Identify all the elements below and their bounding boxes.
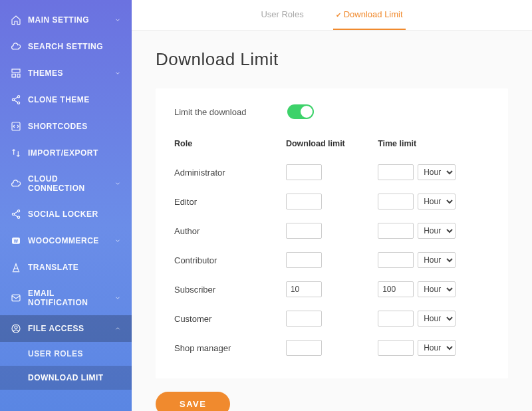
share-icon (11, 209, 21, 219)
sidebar-item-clone-theme[interactable]: CLONE THEME (0, 86, 132, 113)
role-name: Customer (174, 314, 286, 324)
sidebar-item-main-setting[interactable]: MAIN SETTING (0, 7, 132, 33)
sidebar-item-translate[interactable]: TRANSLATE (0, 254, 132, 281)
role-name: Administrator (174, 168, 286, 178)
header-time-limit: Time limit (378, 139, 489, 148)
download-limit-input[interactable] (286, 194, 322, 209)
tab-label: Download Limit (344, 9, 403, 19)
sidebar: MAIN SETTING SEARCH SETTING THEMES CLONE… (0, 0, 132, 411)
sidebar-item-label: SHORTCODES (28, 122, 121, 131)
sidebar-item-label: TRANSLATE (28, 263, 121, 272)
svg-rect-0 (12, 69, 20, 72)
download-limit-input[interactable] (286, 252, 322, 268)
sidebar-item-label: MAIN SETTING (28, 15, 114, 25)
code-icon (11, 121, 21, 132)
sidebar-item-themes[interactable]: THEMES (0, 60, 132, 86)
chevron-down-icon (114, 180, 121, 187)
sidebar-item-label: CLONE THEME (28, 95, 121, 104)
table-header: Role Download limit Time limit (174, 139, 489, 158)
time-limit-input[interactable] (378, 164, 414, 180)
chevron-down-icon (114, 17, 121, 23)
save-button[interactable]: SAVE (156, 392, 230, 411)
cloud-icon (11, 41, 21, 52)
svg-point-14 (15, 326, 17, 329)
time-unit-select[interactable]: Hour (418, 252, 456, 268)
table-row: CustomerHour (174, 304, 489, 333)
time-unit-select[interactable]: Hour (418, 223, 456, 239)
chevron-up-icon (114, 325, 121, 332)
settings-card: Limit the download Role Download limit T… (156, 88, 508, 378)
sidebar-item-shortcodes[interactable]: SHORTCODES (0, 113, 132, 140)
cloud-icon (11, 178, 21, 189)
limit-toggle-row: Limit the download (174, 104, 489, 119)
table-row: AuthorHour (174, 216, 489, 245)
time-unit-select[interactable]: Hour (418, 164, 456, 180)
toggle-label: Limit the download (174, 107, 287, 117)
time-limit-input[interactable] (378, 252, 414, 268)
table-row: ContributorHour (174, 245, 489, 275)
time-unit-select[interactable]: Hour (418, 340, 456, 356)
chevron-down-icon (114, 70, 121, 76)
content: Download Limit Limit the download Role D… (132, 31, 532, 411)
download-limit-input[interactable] (286, 281, 322, 297)
layout-icon (11, 68, 21, 78)
tab-download-limit[interactable]: ✔Download Limit (333, 0, 406, 30)
sidebar-item-email-notification[interactable]: EMAIL NOTIFICATION (0, 281, 132, 315)
role-name: Subscriber (174, 285, 286, 295)
time-limit-input[interactable] (378, 340, 414, 356)
download-limit-input[interactable] (286, 340, 322, 356)
table-row: AdministratorHour (174, 158, 489, 187)
check-icon: ✔ (336, 11, 341, 19)
header-download-limit: Download limit (286, 139, 378, 148)
sidebar-item-label: IMPORT/EXPORT (28, 148, 121, 158)
time-unit-select[interactable]: Hour (418, 281, 456, 297)
sidebar-item-cloud-connection[interactable]: CLOUD CONNECTION (0, 166, 132, 201)
sidebar-item-label: CLOUD CONNECTION (28, 174, 114, 193)
sidebar-item-woocommerce[interactable]: W WOOCOMMERCE (0, 227, 132, 254)
table-row: SubscriberHour (174, 275, 489, 304)
sidebar-item-label: FILE ACCESS (28, 324, 114, 333)
time-limit-input[interactable] (378, 223, 414, 239)
woo-icon: W (11, 235, 21, 246)
sidebar-item-social-locker[interactable]: SOCIAL LOCKER (0, 201, 132, 227)
tabs: User Roles ✔Download Limit (132, 0, 532, 31)
share-icon (11, 94, 21, 105)
svg-rect-2 (17, 74, 20, 77)
transfer-icon (11, 148, 21, 158)
time-limit-input[interactable] (378, 194, 414, 209)
sidebar-item-label: EMAIL NOTIFICATION (28, 289, 114, 307)
role-name: Editor (174, 197, 286, 207)
sidebar-item-import-export[interactable]: IMPORT/EXPORT (0, 140, 132, 166)
download-limit-input[interactable] (286, 223, 322, 239)
sidebar-item-search-setting[interactable]: SEARCH SETTING (0, 33, 132, 60)
role-name: Contributor (174, 255, 286, 265)
header-role: Role (174, 139, 286, 148)
role-name: Shop manager (174, 343, 286, 353)
sidebar-item-label: WOOCOMMERCE (28, 236, 114, 245)
svg-rect-1 (12, 74, 15, 77)
table-row: Shop managerHour (174, 333, 489, 362)
limit-download-toggle[interactable] (287, 104, 314, 119)
chevron-down-icon (114, 295, 121, 301)
role-name: Author (174, 226, 286, 236)
time-unit-select[interactable]: Hour (418, 194, 456, 209)
font-icon (11, 262, 21, 273)
sidebar-sub-download-limit[interactable]: DOWNLOAD LIMIT (0, 366, 132, 390)
table-body: AdministratorHourEditorHourAuthorHourCon… (174, 158, 489, 362)
main: User Roles ✔Download Limit Download Limi… (132, 0, 532, 411)
download-limit-input[interactable] (286, 164, 322, 180)
sidebar-item-file-access[interactable]: FILE ACCESS (0, 315, 132, 342)
time-limit-input[interactable] (378, 311, 414, 327)
time-limit-input[interactable] (378, 281, 414, 297)
user-icon (11, 323, 21, 334)
home-icon (11, 15, 21, 25)
sidebar-sub-user-roles[interactable]: USER ROLES (0, 342, 132, 366)
svg-text:W: W (14, 239, 19, 243)
time-unit-select[interactable]: Hour (418, 311, 456, 327)
download-limit-input[interactable] (286, 311, 322, 327)
chevron-down-icon (114, 237, 121, 244)
tab-user-roles[interactable]: User Roles (258, 0, 306, 30)
table-row: EditorHour (174, 187, 489, 216)
sidebar-item-label: THEMES (28, 68, 114, 78)
sidebar-item-label: SOCIAL LOCKER (28, 209, 121, 219)
